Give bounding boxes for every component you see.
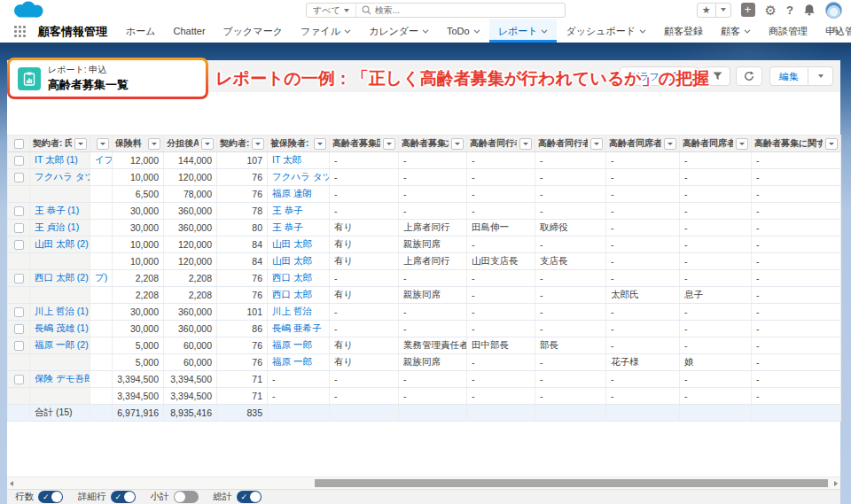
cell: 上席者同行 — [399, 220, 467, 236]
record-link[interactable]: 山田 太郎 — [272, 238, 312, 249]
favorites-button[interactable]: ★ — [697, 3, 731, 18]
record-link[interactable]: 王 恭子 — [272, 205, 302, 215]
record-link[interactable]: 福原 一郎 (2) — [35, 339, 89, 350]
record-link[interactable]: 山田 太郎 — [272, 255, 312, 266]
horizontal-scrollbar[interactable] — [7, 477, 840, 489]
column-header[interactable]: 高齢者同席者続柄 — [680, 136, 752, 152]
column-menu-button[interactable] — [519, 138, 532, 150]
column-header[interactable]: 契約者: 年齢 — [217, 136, 268, 152]
record-link[interactable]: 山田 太郎 (2) — [35, 238, 89, 249]
column-menu-button[interactable] — [736, 138, 748, 150]
record-link[interactable]: フクハラ タツロウ — [272, 171, 330, 182]
column-menu-button[interactable] — [451, 138, 464, 150]
global-actions-button[interactable]: + — [741, 3, 755, 17]
record-link[interactable]: 長嶋 亜希子 — [272, 322, 321, 333]
scroll-right-arrow[interactable] — [834, 481, 838, 486]
tab-11[interactable]: 商談管理 — [760, 19, 816, 43]
select-all-checkbox[interactable] — [14, 139, 24, 149]
column-header[interactable]: 契約者: 氏名 ↑ — [30, 136, 90, 152]
row-checkbox[interactable] — [14, 324, 24, 334]
column-header[interactable]: 高齢者同行者氏名 — [467, 136, 535, 152]
row-checkbox[interactable] — [14, 206, 24, 216]
row-checkbox[interactable] — [14, 341, 24, 351]
tab-2[interactable]: Chatter — [165, 19, 215, 43]
column-menu-button[interactable] — [590, 138, 603, 150]
record-link[interactable]: 福原 達朗 — [272, 188, 312, 198]
table-row: 3,394,5003,394,50071-------- — [8, 388, 841, 405]
global-search[interactable]: すべて 検索... — [306, 3, 566, 18]
row-checkbox[interactable] — [14, 173, 24, 182]
column-header[interactable]: 高齢者募集方法 — [399, 136, 467, 152]
record-link[interactable]: 川上 哲治 (1) — [35, 306, 89, 316]
refresh-button[interactable] — [736, 66, 762, 86]
funnel-icon — [713, 72, 722, 81]
column-menu-button[interactable] — [664, 138, 676, 150]
column-menu-button[interactable] — [314, 138, 326, 150]
column-menu-button[interactable] — [383, 138, 395, 150]
toggle-switch[interactable] — [237, 491, 262, 503]
column-header[interactable]: 高齢者同行者役職 — [535, 136, 606, 152]
scrollbar-thumb[interactable] — [315, 479, 828, 487]
column-header[interactable]: 保険料 — [113, 136, 164, 152]
tab-7[interactable]: レポート — [489, 19, 558, 43]
record-link[interactable]: 福原 一郎 — [272, 356, 312, 367]
scroll-left-arrow[interactable] — [10, 481, 13, 486]
tab-8[interactable]: ダッシュボード — [557, 19, 655, 43]
column-header[interactable]: 高齢者同席者氏名 — [606, 136, 680, 152]
search-scope-selector[interactable]: すべて — [307, 4, 356, 17]
toggle-switch[interactable] — [174, 491, 199, 503]
record-link[interactable]: 王 恭子 — [272, 221, 302, 232]
record-link[interactable]: 王 貞治 (1) — [35, 221, 79, 232]
record-link[interactable]: プ) — [95, 272, 107, 283]
tab-3[interactable]: ブックマーク — [215, 19, 292, 43]
column-menu-button[interactable] — [201, 138, 214, 150]
user-avatar[interactable] — [825, 2, 842, 19]
column-menu-button[interactable] — [97, 138, 109, 150]
row-checkbox[interactable] — [14, 307, 24, 317]
record-link[interactable]: イプ) — [95, 154, 113, 165]
cell: 5,000 — [113, 337, 164, 354]
column-header[interactable]: 高齢者募集に関する備考 — [752, 136, 841, 152]
record-link[interactable]: 長嶋 茂雄 (1) — [35, 322, 89, 333]
edit-button[interactable]: 編集 — [769, 66, 808, 86]
edit-dropdown-button[interactable] — [808, 66, 833, 86]
app-launcher-icon[interactable] — [14, 26, 26, 37]
record-link[interactable]: 西口 太郎 — [272, 272, 312, 283]
column-header[interactable]: 被保険者: 氏名 — [268, 136, 330, 152]
record-link[interactable]: IT 太郎 (1) — [35, 154, 78, 165]
help-icon[interactable]: ? — [786, 4, 793, 17]
row-checkbox[interactable] — [14, 240, 24, 250]
tab-10[interactable]: 顧客 — [712, 19, 760, 43]
column-header[interactable]: 分担後ANP — [164, 136, 217, 152]
column-menu-button[interactable] — [74, 138, 87, 150]
record-link[interactable]: 西口 太郎 (2) — [35, 272, 89, 283]
tab-6[interactable]: ToDo — [438, 19, 489, 43]
row-checkbox[interactable] — [14, 274, 24, 283]
record-link[interactable]: フクハラ タツロウ (2) — [35, 171, 90, 182]
toggle-switch[interactable] — [38, 491, 63, 503]
column-menu-button[interactable] — [252, 138, 264, 150]
report-table-head: 契約者: 氏名 ↑保険料分担後ANP契約者: 年齢被保険者: 氏名高齢者募集区分… — [8, 136, 841, 152]
column-header[interactable] — [90, 136, 113, 152]
row-checkbox[interactable] — [14, 375, 24, 384]
record-link[interactable]: 保険 デモ吾郎 (2) — [35, 373, 90, 384]
tab-9[interactable]: 顧客登録 — [655, 19, 712, 43]
setup-gear-icon[interactable]: ⚙ — [765, 4, 777, 17]
record-link[interactable]: 王 恭子 (1) — [35, 205, 79, 215]
record-link[interactable]: 西口 太郎 — [272, 289, 312, 299]
notifications-bell-icon[interactable] — [803, 4, 816, 16]
column-menu-button[interactable] — [148, 138, 160, 150]
row-checkbox[interactable] — [14, 156, 24, 166]
record-link[interactable]: 川上 哲治 — [272, 306, 312, 316]
record-link[interactable]: IT 太郎 — [272, 154, 301, 165]
tab-5[interactable]: カレンダー — [360, 19, 438, 43]
row-checkbox[interactable] — [14, 223, 24, 233]
edit-navigation-pencil-icon[interactable]: ✎ — [831, 25, 840, 37]
column-menu-button[interactable] — [825, 138, 838, 150]
toggle-switch[interactable] — [111, 491, 136, 503]
cell — [90, 321, 113, 337]
column-header[interactable]: 高齢者募集区分 — [330, 136, 399, 152]
tab-4[interactable]: ファイル — [292, 19, 360, 43]
tab-1[interactable]: ホーム — [117, 19, 165, 43]
record-link[interactable]: 福原 一郎 — [272, 339, 312, 350]
